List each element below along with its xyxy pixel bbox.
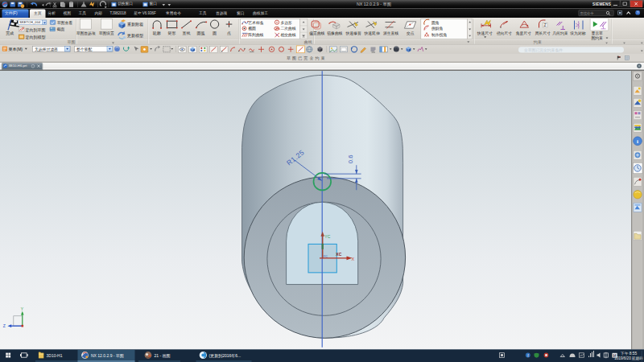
svg-text:镜像曲线: 镜像曲线 [327,31,342,36]
svg-text:显示草: 显示草 [591,31,603,35]
svg-text:角度尺寸: 角度尺寸 [516,31,531,36]
svg-text:草图首选项: 草图首选项 [76,31,96,36]
svg-text:椭圆: 椭圆 [248,26,256,31]
svg-text:轮廓: 轮廓 [153,31,161,36]
svg-text:Z: Z [3,323,6,328]
svg-text:矩形: 矩形 [168,31,176,35]
svg-text:艺术样条: 艺术样条 [248,20,263,25]
svg-text:制作拐角: 制作拐角 [431,32,447,38]
svg-text:定向到草图: 定向到草图 [26,27,46,33]
svg-text:圆: 圆 [213,31,217,36]
svg-text:几何约束: 几何约束 [552,31,568,36]
svg-text:设为对称: 设为对称 [569,31,585,35]
svg-text:二次曲线: 二次曲线 [281,26,296,31]
svg-text:圆弧: 圆弧 [197,31,205,36]
svg-text:XC: XC [336,252,341,257]
svg-text:0.6: 0.6 [347,154,354,163]
svg-text:21 - 画图: 21 - 画图 [155,353,171,359]
svg-text:定向到模型: 定向到模型 [26,35,46,40]
svg-text:草图设置: 草图设置 [99,31,114,35]
svg-text:Y: Y [21,306,24,311]
svg-text:偏置曲线: 偏置曲线 [308,31,324,36]
svg-text:重新附着: 重新附着 [127,22,143,27]
svg-text:SKETCH_004: SKETCH_004 [19,20,41,24]
svg-text:草图查看: 草图查看 [57,20,72,26]
svg-text:(更新到2016年6...: (更新到2016年6... [209,353,242,359]
svg-text:更新模型: 更新模型 [127,33,143,39]
svg-text:NX 12.0.2.9 - 草图: NX 12.0.2.9 - 草图 [91,353,124,359]
svg-text:YC: YC [324,234,330,239]
svg-text:3D10-H1: 3D10-H1 [47,353,63,358]
svg-text:快速延伸: 快速延伸 [364,31,380,35]
svg-text:直线: 直线 [183,31,191,35]
svg-text:截面: 截面 [57,27,65,31]
svg-text:圆角: 圆角 [431,21,440,25]
svg-text:YC: YC [323,253,328,257]
svg-text:交点: 交点 [407,31,415,35]
svg-text:完成: 完成 [6,31,14,36]
svg-text:派生直线: 派生直线 [383,31,398,35]
svg-text:周长尺寸: 周长尺寸 [535,31,551,35]
svg-text:Σ: Σ [543,23,547,27]
svg-text:图约束: 图约束 [591,36,603,41]
svg-text:i: i [637,138,638,145]
svg-text:阵列曲线: 阵列曲线 [248,32,263,38]
svg-text:快速修剪: 快速修剪 [345,31,361,36]
svg-text:下午 8:55: 下午 8:55 [621,352,638,356]
svg-text:菜单(M): 菜单(M) [9,47,23,51]
svg-text:X: X [352,256,355,261]
svg-text:快速尺寸: 快速尺寸 [477,31,493,35]
svg-text:全草图已完全约束条件: 全草图已完全约束条件 [524,47,563,53]
svg-text:2019/6/20 星期四: 2019/6/20 星期四 [615,356,643,360]
svg-text:径向尺寸: 径向尺寸 [497,31,512,35]
svg-text:点: 点 [227,31,231,35]
